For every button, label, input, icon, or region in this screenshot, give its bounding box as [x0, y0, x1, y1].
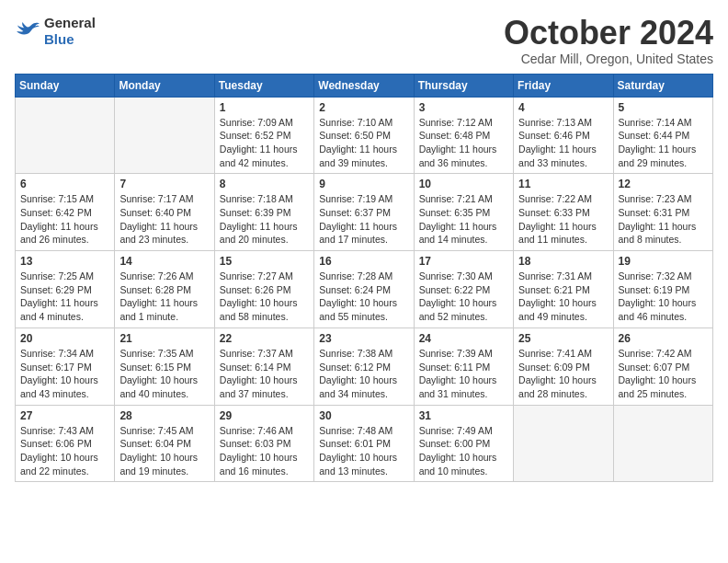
day-number: 14: [119, 255, 209, 268]
calendar-day: 2Sunrise: 7:10 AMSunset: 6:50 PMDaylight…: [314, 97, 414, 174]
day-info: Sunrise: 7:10 AMSunset: 6:50 PMDaylight:…: [319, 116, 408, 170]
calendar-day: 7Sunrise: 7:17 AMSunset: 6:40 PMDaylight…: [115, 174, 214, 251]
day-info: Sunrise: 7:46 AMSunset: 6:03 PMDaylight:…: [220, 424, 309, 478]
logo-blue: Blue: [44, 31, 74, 47]
calendar-table: SundayMondayTuesdayWednesdayThursdayFrid…: [15, 74, 713, 483]
day-info: Sunrise: 7:31 AMSunset: 6:21 PMDaylight:…: [518, 270, 608, 324]
day-number: 27: [20, 409, 109, 422]
day-number: 22: [220, 332, 309, 345]
day-number: 13: [20, 255, 109, 268]
day-info: Sunrise: 7:22 AMSunset: 6:33 PMDaylight:…: [518, 192, 608, 247]
calendar-day: 12Sunrise: 7:23 AMSunset: 6:31 PMDayligh…: [613, 174, 712, 251]
day-info: Sunrise: 7:27 AMSunset: 6:26 PMDaylight:…: [220, 270, 309, 324]
day-info: Sunrise: 7:45 AMSunset: 6:04 PMDaylight:…: [119, 424, 209, 478]
day-info: Sunrise: 7:26 AMSunset: 6:28 PMDaylight:…: [119, 270, 209, 324]
day-number: 28: [119, 409, 209, 422]
calendar-header-row: SundayMondayTuesdayWednesdayThursdayFrid…: [16, 74, 713, 97]
day-info: Sunrise: 7:15 AMSunset: 6:42 PMDaylight:…: [20, 192, 109, 247]
day-info: Sunrise: 7:13 AMSunset: 6:46 PMDaylight:…: [518, 116, 608, 170]
day-info: Sunrise: 7:18 AMSunset: 6:39 PMDaylight:…: [220, 192, 309, 247]
calendar-day: [115, 97, 214, 174]
day-info: Sunrise: 7:38 AMSunset: 6:12 PMDaylight:…: [319, 347, 408, 401]
day-number: 20: [20, 332, 109, 345]
calendar-day: [16, 97, 115, 174]
day-header-friday: Friday: [514, 74, 613, 97]
calendar-day: 21Sunrise: 7:35 AMSunset: 6:15 PMDayligh…: [115, 327, 214, 405]
day-number: 26: [619, 332, 708, 345]
logo: General Blue: [15, 15, 96, 48]
calendar-day: 5Sunrise: 7:14 AMSunset: 6:44 PMDaylight…: [613, 97, 712, 174]
calendar-week-2: 6Sunrise: 7:15 AMSunset: 6:42 PMDaylight…: [16, 174, 713, 251]
day-number: 7: [119, 178, 209, 190]
calendar-day: 22Sunrise: 7:37 AMSunset: 6:14 PMDayligh…: [214, 327, 313, 405]
day-info: Sunrise: 7:35 AMSunset: 6:15 PMDaylight:…: [119, 347, 209, 401]
calendar-day: 28Sunrise: 7:45 AMSunset: 6:04 PMDayligh…: [115, 405, 214, 482]
day-number: 24: [419, 332, 508, 345]
calendar-week-1: 1Sunrise: 7:09 AMSunset: 6:52 PMDaylight…: [16, 97, 713, 174]
day-header-saturday: Saturday: [613, 74, 712, 97]
day-number: 1: [220, 101, 309, 114]
day-number: 25: [518, 332, 608, 345]
day-info: Sunrise: 7:09 AMSunset: 6:52 PMDaylight:…: [220, 116, 309, 170]
calendar-day: 27Sunrise: 7:43 AMSunset: 6:06 PMDayligh…: [16, 405, 115, 482]
calendar-day: 1Sunrise: 7:09 AMSunset: 6:52 PMDaylight…: [214, 97, 313, 174]
location-text: Cedar Mill, Oregon, United States: [504, 52, 713, 66]
calendar-day: [514, 405, 613, 482]
day-number: 30: [319, 409, 408, 422]
day-number: 6: [20, 178, 109, 190]
day-info: Sunrise: 7:49 AMSunset: 6:00 PMDaylight:…: [419, 424, 508, 478]
day-info: Sunrise: 7:21 AMSunset: 6:35 PMDaylight:…: [419, 192, 508, 247]
calendar-day: 30Sunrise: 7:48 AMSunset: 6:01 PMDayligh…: [314, 405, 414, 482]
day-info: Sunrise: 7:32 AMSunset: 6:19 PMDaylight:…: [619, 270, 708, 324]
calendar-day: [613, 405, 712, 482]
day-info: Sunrise: 7:19 AMSunset: 6:37 PMDaylight:…: [319, 192, 408, 247]
logo-icon: [15, 21, 40, 41]
day-number: 16: [319, 255, 408, 268]
calendar-week-5: 27Sunrise: 7:43 AMSunset: 6:06 PMDayligh…: [16, 405, 713, 482]
day-number: 5: [619, 101, 708, 114]
calendar-day: 25Sunrise: 7:41 AMSunset: 6:09 PMDayligh…: [514, 327, 613, 405]
calendar-day: 23Sunrise: 7:38 AMSunset: 6:12 PMDayligh…: [314, 327, 414, 405]
calendar-day: 31Sunrise: 7:49 AMSunset: 6:00 PMDayligh…: [414, 405, 513, 482]
day-number: 17: [419, 255, 508, 268]
day-header-sunday: Sunday: [16, 74, 115, 97]
day-info: Sunrise: 7:37 AMSunset: 6:14 PMDaylight:…: [220, 347, 309, 401]
day-info: Sunrise: 7:12 AMSunset: 6:48 PMDaylight:…: [419, 116, 508, 170]
day-number: 8: [220, 178, 309, 190]
calendar-day: 9Sunrise: 7:19 AMSunset: 6:37 PMDaylight…: [314, 174, 414, 251]
day-number: 15: [220, 255, 309, 268]
month-title: October 2024: [504, 15, 713, 52]
day-number: 12: [619, 178, 708, 190]
day-info: Sunrise: 7:30 AMSunset: 6:22 PMDaylight:…: [419, 270, 508, 324]
day-number: 3: [419, 101, 508, 114]
day-info: Sunrise: 7:39 AMSunset: 6:11 PMDaylight:…: [419, 347, 508, 401]
logo-text: General Blue: [44, 15, 96, 48]
day-number: 11: [518, 178, 608, 190]
calendar-day: 20Sunrise: 7:34 AMSunset: 6:17 PMDayligh…: [16, 327, 115, 405]
calendar-week-3: 13Sunrise: 7:25 AMSunset: 6:29 PMDayligh…: [16, 251, 713, 328]
calendar-day: 3Sunrise: 7:12 AMSunset: 6:48 PMDaylight…: [414, 97, 513, 174]
day-number: 19: [619, 255, 708, 268]
calendar-day: 15Sunrise: 7:27 AMSunset: 6:26 PMDayligh…: [214, 251, 313, 328]
calendar-day: 10Sunrise: 7:21 AMSunset: 6:35 PMDayligh…: [414, 174, 513, 251]
day-info: Sunrise: 7:43 AMSunset: 6:06 PMDaylight:…: [20, 424, 109, 478]
day-number: 4: [518, 101, 608, 114]
day-header-monday: Monday: [115, 74, 214, 97]
day-number: 31: [419, 409, 508, 422]
day-number: 21: [119, 332, 209, 345]
calendar-day: 18Sunrise: 7:31 AMSunset: 6:21 PMDayligh…: [514, 251, 613, 328]
logo-general: General: [44, 15, 96, 30]
day-info: Sunrise: 7:25 AMSunset: 6:29 PMDaylight:…: [20, 270, 109, 324]
day-number: 18: [518, 255, 608, 268]
calendar-day: 14Sunrise: 7:26 AMSunset: 6:28 PMDayligh…: [115, 251, 214, 328]
calendar-day: 24Sunrise: 7:39 AMSunset: 6:11 PMDayligh…: [414, 327, 513, 405]
day-info: Sunrise: 7:17 AMSunset: 6:40 PMDaylight:…: [119, 192, 209, 247]
day-header-tuesday: Tuesday: [214, 74, 313, 97]
day-info: Sunrise: 7:28 AMSunset: 6:24 PMDaylight:…: [319, 270, 408, 324]
day-number: 10: [419, 178, 508, 190]
calendar-day: 29Sunrise: 7:46 AMSunset: 6:03 PMDayligh…: [214, 405, 313, 482]
calendar-day: 8Sunrise: 7:18 AMSunset: 6:39 PMDaylight…: [214, 174, 313, 251]
day-info: Sunrise: 7:23 AMSunset: 6:31 PMDaylight:…: [619, 192, 708, 247]
day-info: Sunrise: 7:48 AMSunset: 6:01 PMDaylight:…: [319, 424, 408, 478]
day-info: Sunrise: 7:14 AMSunset: 6:44 PMDaylight:…: [619, 116, 708, 170]
